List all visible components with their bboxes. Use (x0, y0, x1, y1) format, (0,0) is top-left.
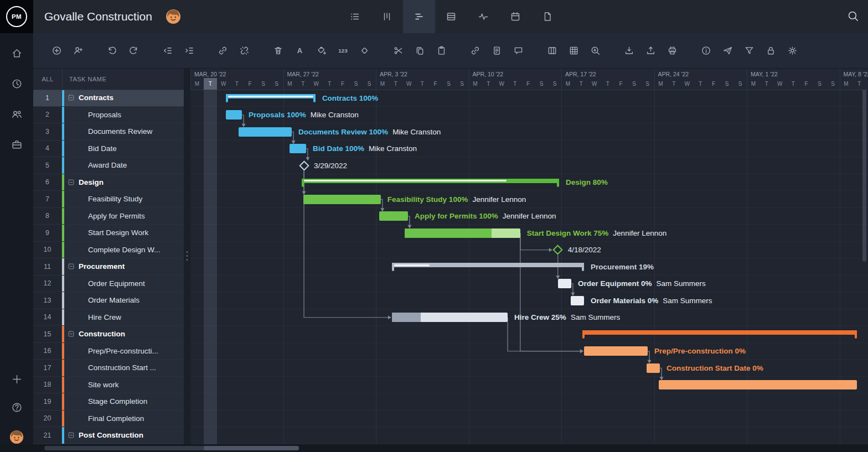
sidebar-clock-button[interactable] (11, 78, 23, 90)
sidebar-avatar-button[interactable] (9, 430, 24, 444)
task-bar-start-design-work[interactable] (405, 228, 520, 238)
add-task-button[interactable] (51, 45, 62, 56)
view-tab-activity-view[interactable] (467, 0, 499, 33)
column-header-all[interactable]: ALL (33, 69, 63, 90)
undo-button[interactable] (107, 45, 117, 56)
info-button[interactable] (701, 45, 711, 56)
project-owner-avatar[interactable] (166, 9, 181, 24)
numbers-button[interactable]: 123 (338, 45, 348, 56)
task-row-13[interactable]: 13Order Materials (33, 292, 184, 309)
app-logo[interactable]: PM (0, 0, 33, 33)
sidebar-team-button[interactable] (11, 108, 23, 120)
task-row-20[interactable]: 20Final Completion (33, 411, 184, 428)
outdent-icon (162, 45, 173, 56)
task-bar-order-equipment[interactable] (558, 279, 571, 288)
task-row-12[interactable]: 12Order Equipment (33, 276, 184, 293)
paste-button[interactable] (436, 45, 447, 56)
task-row-3[interactable]: 3Documents Review (33, 123, 184, 141)
lock-icon (766, 45, 776, 56)
collapse-icon[interactable] (68, 263, 75, 270)
task-row-14[interactable]: 14Hire Crew (33, 309, 184, 326)
task-row-21[interactable]: 21Post Construction (33, 427, 184, 444)
grid-button[interactable] (569, 45, 579, 56)
assign-user-button[interactable] (73, 45, 84, 56)
link-button[interactable] (218, 45, 228, 56)
import-button[interactable] (624, 45, 634, 56)
settings-button[interactable] (787, 45, 798, 56)
milestone-button[interactable] (359, 45, 370, 56)
task-row-18[interactable]: 18Site work (33, 377, 184, 394)
summary-bar-design[interactable] (302, 179, 559, 183)
columns-button[interactable] (547, 45, 557, 56)
collapse-icon[interactable] (68, 432, 75, 439)
task-row-2[interactable]: 2Proposals (33, 107, 184, 124)
copy-button[interactable] (415, 45, 425, 56)
task-row-1[interactable]: 1Contracts (33, 90, 184, 107)
lock-button[interactable] (766, 45, 776, 56)
task-row-4[interactable]: 4Bid Date (33, 141, 184, 158)
column-header-task-name[interactable]: TASK NAME (63, 69, 184, 90)
view-tab-calendar-view[interactable] (499, 0, 531, 33)
task-row-15[interactable]: 15Construction (33, 326, 184, 343)
task-bar-documents-review[interactable] (239, 127, 292, 137)
comment-button[interactable] (513, 45, 524, 56)
collapse-icon[interactable] (68, 179, 75, 186)
summary-bar-procurement[interactable] (392, 263, 584, 267)
share-button[interactable] (722, 45, 733, 56)
task-row-17[interactable]: 17Construction Start ... (33, 360, 184, 377)
task-row-5[interactable]: 5Award Date (33, 157, 184, 174)
summary-bar-contracts[interactable] (226, 94, 316, 98)
view-tab-sheet-view[interactable] (435, 0, 467, 33)
task-bar-bid-date[interactable] (290, 144, 306, 153)
task-bar-construction-start-date[interactable] (647, 363, 660, 373)
task-name-label: Contracts (79, 93, 113, 102)
print-button[interactable] (667, 45, 678, 56)
task-row-7[interactable]: 7Feasibility Study (33, 191, 184, 208)
view-tab-gantt-view[interactable] (403, 0, 435, 33)
panel-resize-handle[interactable] (184, 69, 190, 444)
cut-button[interactable] (393, 45, 404, 56)
redo-button[interactable] (128, 45, 139, 56)
chart-scrollbar-thumb[interactable] (204, 446, 299, 450)
filter-button[interactable] (744, 45, 755, 56)
unlink-button[interactable] (239, 45, 250, 56)
notes-button[interactable] (492, 45, 502, 56)
outdent-button[interactable] (162, 45, 173, 56)
vertical-scrollbar-thumb[interactable] (862, 76, 866, 262)
fill-color-button[interactable] (316, 45, 327, 56)
help-icon (11, 402, 23, 413)
collapse-icon[interactable] (68, 94, 75, 101)
task-bar-proposals[interactable] (226, 110, 242, 120)
task-row-19[interactable]: 19Stage Completion (33, 393, 184, 411)
search-button[interactable] (847, 10, 859, 22)
text-color-button[interactable]: A (294, 45, 305, 56)
task-bar-feasibility-study[interactable] (303, 195, 381, 204)
collapse-icon[interactable] (68, 330, 75, 337)
task-row-10[interactable]: 10Complete Design W... (33, 242, 184, 259)
task-row-9[interactable]: 9Start Design Work (33, 225, 184, 242)
sidebar-help-button[interactable] (11, 402, 23, 413)
export-button[interactable] (645, 45, 656, 56)
task-bar-order-materials[interactable] (571, 296, 584, 305)
view-tab-list-view[interactable] (339, 0, 371, 33)
sidebar-home-button[interactable] (11, 48, 23, 59)
trash-button[interactable] (273, 45, 283, 56)
task-bar-hire-crew[interactable] (392, 313, 508, 322)
attach-button[interactable] (470, 45, 480, 56)
sidebar-plus-button[interactable] (11, 373, 23, 385)
milestone-award-date[interactable] (299, 160, 309, 170)
zoom-in-button[interactable] (590, 45, 601, 56)
row-gridline (190, 342, 868, 343)
task-bar-apply-for-permits[interactable] (379, 211, 408, 221)
task-row-16[interactable]: 16Prep/Pre-constructi... (33, 343, 184, 360)
task-bar-prep-pre-construction[interactable] (584, 346, 648, 356)
task-bar-site-work[interactable] (659, 380, 857, 389)
view-tab-file-view[interactable] (531, 0, 564, 33)
sidebar-briefcase-button[interactable] (11, 139, 23, 150)
task-row-11[interactable]: 11Procurement (33, 258, 184, 276)
summary-bar-construction[interactable] (582, 330, 857, 335)
task-row-6[interactable]: 6Design (33, 174, 184, 191)
view-tab-board-view[interactable] (371, 0, 403, 33)
task-row-8[interactable]: 8Apply for Permits (33, 208, 184, 225)
indent-button[interactable] (184, 45, 194, 56)
